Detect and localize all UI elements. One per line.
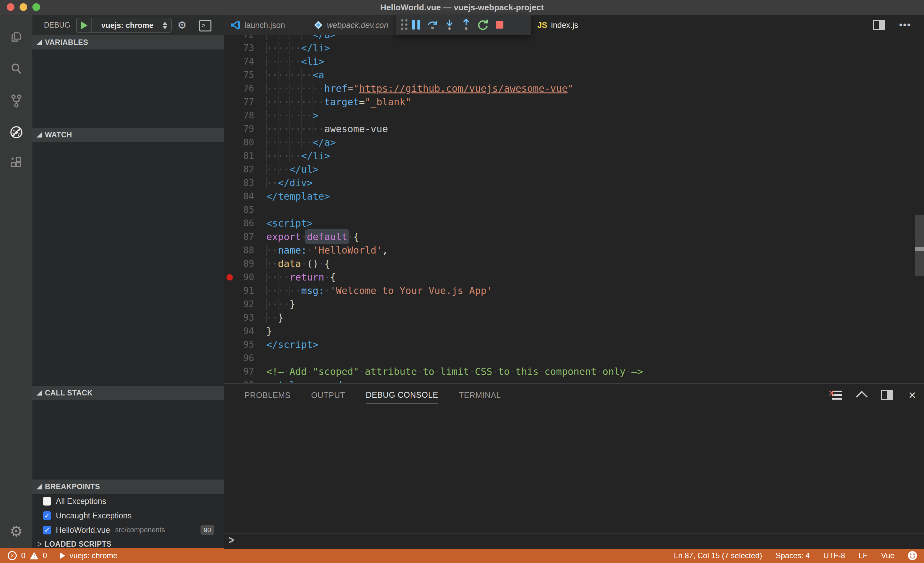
code-line-72[interactable]: 72········</a> xyxy=(224,35,924,41)
code-line-96[interactable]: 96 xyxy=(224,351,924,365)
debug-play-icon[interactable] xyxy=(60,552,65,559)
tab-terminal[interactable]: TERMINAL xyxy=(459,390,501,400)
line-number: 90 xyxy=(224,270,254,284)
breakpoint-label: Uncaught Exceptions xyxy=(56,511,132,520)
code-line-84[interactable]: 84</template> xyxy=(224,190,924,203)
indentation-setting[interactable]: Spaces: 4 xyxy=(776,551,810,560)
restart-button[interactable] xyxy=(474,17,491,33)
open-console-icon[interactable]: > xyxy=(199,20,212,32)
clear-console-icon[interactable] xyxy=(832,390,842,399)
search-icon[interactable] xyxy=(0,54,32,85)
configure-gear-icon[interactable]: ⚙ xyxy=(177,15,187,35)
debug-icon[interactable] xyxy=(0,117,32,148)
code-line-74[interactable]: 74······<li> xyxy=(224,55,924,68)
step-out-button[interactable] xyxy=(458,17,474,33)
code-line-92[interactable]: 92····} xyxy=(224,297,924,311)
status-debug-config[interactable]: vuejs: chrome xyxy=(70,551,117,560)
step-into-button[interactable] xyxy=(441,17,458,33)
drag-handle-icon[interactable] xyxy=(401,19,408,30)
breakpoint-row[interactable]: All Exceptions xyxy=(32,494,224,509)
watch-section-header[interactable]: WATCH xyxy=(32,128,224,142)
warning-count[interactable]: 0 xyxy=(43,551,47,560)
breakpoints-list: All Exceptions✓Uncaught Exceptions✓Hello… xyxy=(32,494,224,537)
code-line-81[interactable]: 81······</li> xyxy=(224,149,924,163)
explorer-icon[interactable] xyxy=(0,23,32,53)
source-control-icon[interactable] xyxy=(0,86,32,116)
settings-gear-icon[interactable]: ⚙ xyxy=(0,520,32,542)
code-line-85[interactable]: 85 xyxy=(224,203,924,217)
cursor-position[interactable]: Ln 87, Col 15 (7 selected) xyxy=(674,551,762,560)
tab-output[interactable]: OUTPUT xyxy=(311,390,345,400)
encoding[interactable]: UTF-8 xyxy=(823,551,845,560)
extensions-icon[interactable] xyxy=(0,147,32,178)
code-line-94[interactable]: 94} xyxy=(224,324,924,338)
code-line-83[interactable]: 83··</div> xyxy=(224,176,924,190)
errors-icon[interactable]: ✕ xyxy=(8,551,16,560)
code-line-88[interactable]: 88··name:·'HelloWorld', xyxy=(224,244,924,257)
code-line-95[interactable]: 95</script> xyxy=(224,338,924,351)
feedback-smiley-icon[interactable] xyxy=(908,551,917,560)
breakpoints-section-header[interactable]: BREAKPOINTS xyxy=(32,480,224,494)
code-line-97[interactable]: 97<!—·Add·"scoped"·attribute·to·limit·CS… xyxy=(224,365,924,378)
code-line-75[interactable]: 75········<a xyxy=(224,68,924,82)
code-line-89[interactable]: 89··data·()·{ xyxy=(224,257,924,270)
code-line-90[interactable]: 90····return·{ xyxy=(224,270,924,284)
panel-actions: ✕ xyxy=(832,384,916,406)
vscode-debug-config-icon xyxy=(231,20,241,30)
line-number: 79 xyxy=(224,122,254,136)
more-actions-icon[interactable]: ••• xyxy=(899,22,911,28)
code-line-86[interactable]: 86<script> xyxy=(224,217,924,230)
variables-section-header[interactable]: VARIABLES xyxy=(32,35,224,50)
code-line-91[interactable]: 91······msg:·'Welcome to Your Vue.js App… xyxy=(224,284,924,297)
line-number: 77 xyxy=(224,95,254,109)
launch-config-dropdown[interactable]: vuejs: chrome xyxy=(76,18,172,33)
call-stack-section-body xyxy=(32,400,224,480)
unchecked-checkbox[interactable] xyxy=(43,497,51,506)
code-line-79[interactable]: 79··········awesome-vue xyxy=(224,122,924,136)
breakpoint-row[interactable]: ✓HelloWorld.vuesrc/components90 xyxy=(32,522,224,537)
tab-index-js[interactable]: JS index.js xyxy=(530,15,601,35)
tab-problems[interactable]: PROBLEMS xyxy=(244,390,291,400)
code-line-82[interactable]: 82····</ul> xyxy=(224,163,924,176)
debug-console-input[interactable]: > xyxy=(224,533,924,549)
editor-scrollbar[interactable] xyxy=(915,215,924,276)
launch-config-name: vuejs: chrome xyxy=(92,21,163,30)
step-over-button[interactable] xyxy=(424,17,441,33)
close-panel-icon[interactable]: ✕ xyxy=(908,390,916,401)
stop-button[interactable] xyxy=(491,17,508,33)
code-line-80[interactable]: 80········</a> xyxy=(224,136,924,149)
checked-checkbox[interactable]: ✓ xyxy=(43,511,51,520)
webpack-icon xyxy=(314,20,323,30)
code-line-73[interactable]: 73······</li> xyxy=(224,41,924,55)
checked-checkbox[interactable]: ✓ xyxy=(43,526,51,534)
code-editor[interactable]: 72········</a>73······</li>74······<li>7… xyxy=(224,35,924,383)
language-mode[interactable]: Vue xyxy=(881,551,894,560)
split-editor-icon[interactable] xyxy=(873,20,885,30)
code-line-98[interactable]: 98<style·scoped> xyxy=(224,378,924,383)
bottom-panel: PROBLEMS OUTPUT DEBUG CONSOLE TERMINAL ✕… xyxy=(224,383,924,549)
code-line-93[interactable]: 93··} xyxy=(224,311,924,324)
maximize-panel-icon[interactable] xyxy=(856,391,867,403)
call-stack-section-header[interactable]: CALL STACK xyxy=(32,386,224,400)
error-count[interactable]: 0 xyxy=(21,551,26,560)
line-number: 98 xyxy=(224,378,254,383)
breakpoint-row[interactable]: ✓Uncaught Exceptions xyxy=(32,508,224,523)
code-line-76[interactable]: 76··········href="https://github.com/vue… xyxy=(224,82,924,95)
status-bar: ✕ 0 0 vuejs: chrome Ln 87, Col 15 (7 sel… xyxy=(0,548,924,563)
start-debug-icon[interactable] xyxy=(81,21,88,29)
tab-launch-json[interactable]: launch.json xyxy=(224,15,307,35)
warnings-icon[interactable] xyxy=(30,552,38,560)
vscode-window: HelloWorld.vue — vuejs-webpack-project xyxy=(0,0,924,563)
pause-button[interactable] xyxy=(408,17,424,33)
eol-setting[interactable]: LF xyxy=(858,551,867,560)
collapse-icon xyxy=(37,132,42,138)
code-line-87[interactable]: 87export·default·{ xyxy=(224,230,924,244)
code-line-77[interactable]: 77··········target="_blank" xyxy=(224,95,924,109)
breakpoint-path: src/components xyxy=(115,526,165,534)
move-panel-icon[interactable] xyxy=(881,390,893,400)
collapse-icon xyxy=(37,40,42,45)
dropdown-arrows-icon xyxy=(163,22,167,29)
tab-debug-console[interactable]: DEBUG CONSOLE xyxy=(366,390,438,404)
title-bar: HelloWorld.vue — vuejs-webpack-project xyxy=(0,0,924,15)
code-line-78[interactable]: 78········> xyxy=(224,109,924,122)
